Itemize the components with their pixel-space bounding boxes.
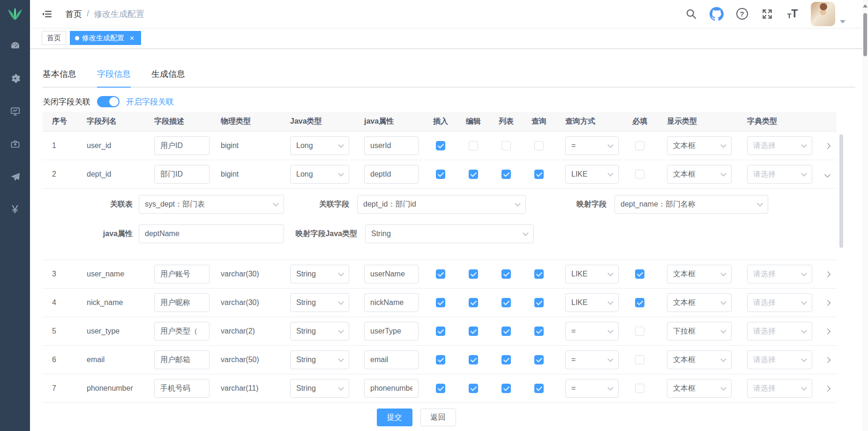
sidebar-item-guide[interactable] — [0, 171, 30, 182]
sidebar-fold-icon[interactable] — [42, 8, 53, 20]
edit-checkbox[interactable] — [469, 355, 478, 364]
query-method-select[interactable]: LIKE — [565, 165, 619, 184]
required-checkbox[interactable] — [635, 141, 644, 150]
list-checkbox[interactable] — [501, 269, 511, 279]
back-button[interactable]: 返回 — [420, 409, 456, 426]
list-checkbox[interactable] — [501, 384, 511, 393]
list-checkbox[interactable] — [501, 327, 511, 336]
query-checkbox[interactable] — [534, 269, 544, 279]
font-size-button[interactable]: TT — [786, 7, 800, 21]
scrollbar-thumb[interactable] — [863, 13, 867, 56]
dict-type-select[interactable]: 请选择 — [747, 322, 812, 341]
expand-arrow-icon[interactable] — [824, 328, 831, 334]
fullscreen-button[interactable] — [760, 7, 774, 21]
edit-checkbox[interactable] — [469, 170, 478, 179]
query-checkbox[interactable] — [534, 170, 544, 179]
edit-checkbox[interactable] — [469, 327, 478, 336]
java-type-select[interactable]: String — [290, 322, 349, 341]
java-type-select[interactable]: String — [290, 350, 349, 369]
insert-checkbox[interactable] — [436, 170, 445, 179]
query-checkbox[interactable] — [534, 298, 544, 307]
display-type-select[interactable]: 下拉框 — [667, 322, 732, 341]
expand-arrow-icon[interactable] — [824, 171, 831, 178]
insert-checkbox[interactable] — [436, 355, 445, 364]
query-checkbox[interactable] — [534, 355, 544, 364]
query-checkbox[interactable] — [534, 384, 544, 393]
sidebar-item-tool[interactable] — [0, 139, 30, 149]
dict-type-select[interactable]: 请选择 — [747, 293, 812, 312]
required-checkbox[interactable] — [635, 170, 644, 179]
sidebar-item-pay[interactable]: ¥ — [0, 204, 30, 215]
display-type-select[interactable]: 文本框 — [667, 165, 732, 184]
java-field-input[interactable] — [364, 165, 419, 184]
expand-arrow-icon[interactable] — [824, 357, 831, 363]
display-type-select[interactable]: 文本框 — [667, 379, 732, 398]
expand-arrow-icon[interactable] — [824, 386, 831, 392]
submit-button[interactable]: 提交 — [377, 409, 412, 426]
java-field-input[interactable] — [364, 379, 419, 398]
list-checkbox[interactable] — [501, 141, 511, 150]
table-scrollbar-thumb[interactable] — [839, 134, 843, 248]
tab-field-info[interactable]: 字段信息 — [97, 68, 131, 88]
query-method-select[interactable]: LIKE — [565, 293, 619, 312]
sidebar-item-monitor[interactable] — [0, 106, 30, 116]
description-input[interactable] — [154, 136, 210, 155]
breadcrumb-home-link[interactable]: 首页 — [65, 8, 82, 20]
description-input[interactable] — [154, 350, 210, 369]
tag-current[interactable]: 修改生成配置 × — [70, 31, 141, 45]
list-checkbox[interactable] — [501, 298, 511, 307]
query-method-select[interactable]: LIKE — [565, 265, 619, 283]
required-checkbox[interactable] — [635, 269, 644, 279]
dict-type-select[interactable]: 请选择 — [747, 165, 812, 184]
description-input[interactable] — [154, 322, 210, 341]
query-method-select[interactable]: = — [565, 136, 619, 155]
list-checkbox[interactable] — [501, 170, 511, 179]
description-input[interactable] — [154, 379, 210, 398]
java-type-select[interactable]: String — [290, 293, 349, 312]
java-field-input[interactable] — [364, 136, 419, 155]
dict-type-select[interactable]: 请选择 — [747, 265, 812, 283]
relation-toggle-switch[interactable] — [97, 96, 120, 107]
sidebar-item-system[interactable] — [0, 73, 30, 83]
query-method-select[interactable]: = — [565, 379, 619, 398]
list-checkbox[interactable] — [501, 355, 511, 364]
user-menu[interactable] — [811, 2, 846, 26]
help-button[interactable]: ? — [735, 7, 749, 21]
java-field-input[interactable] — [364, 350, 419, 369]
github-button[interactable] — [710, 7, 724, 21]
java-type-select[interactable]: String — [290, 265, 349, 283]
insert-checkbox[interactable] — [436, 269, 445, 279]
query-checkbox[interactable] — [534, 327, 544, 336]
edit-checkbox[interactable] — [469, 141, 478, 150]
java-type-select[interactable]: Long — [290, 165, 349, 184]
java-field-input[interactable] — [364, 293, 419, 312]
java-type-select[interactable]: String — [290, 379, 349, 398]
java-type-select[interactable]: Long — [290, 136, 349, 155]
edit-checkbox[interactable] — [469, 269, 478, 279]
required-checkbox[interactable] — [635, 327, 644, 336]
required-checkbox[interactable] — [635, 384, 644, 393]
tag-close-icon[interactable]: × — [128, 34, 136, 42]
page-scrollbar[interactable] — [862, 0, 868, 431]
display-type-select[interactable]: 文本框 — [667, 265, 732, 283]
query-checkbox[interactable] — [534, 141, 544, 150]
relation-field-select[interactable]: dept_id：部门id — [357, 195, 526, 214]
insert-checkbox[interactable] — [436, 327, 445, 336]
required-checkbox[interactable] — [635, 298, 644, 307]
description-input[interactable] — [154, 265, 210, 283]
expand-arrow-icon[interactable] — [824, 143, 831, 149]
java-field-input[interactable] — [364, 265, 419, 283]
expand-arrow-icon[interactable] — [824, 271, 831, 277]
display-type-select[interactable]: 文本框 — [667, 293, 732, 312]
tab-gen-info[interactable]: 生成信息 — [151, 68, 185, 87]
insert-checkbox[interactable] — [436, 141, 445, 150]
tag-home[interactable]: 首页 — [42, 31, 66, 45]
description-input[interactable] — [154, 293, 210, 312]
required-checkbox[interactable] — [635, 355, 644, 364]
insert-checkbox[interactable] — [436, 384, 445, 393]
insert-checkbox[interactable] — [436, 298, 445, 307]
query-method-select[interactable]: = — [565, 322, 619, 341]
mapping-field-select[interactable]: dept_name：部门名称 — [614, 195, 768, 214]
dict-type-select[interactable]: 请选择 — [747, 136, 812, 155]
query-method-select[interactable]: = — [565, 350, 619, 369]
